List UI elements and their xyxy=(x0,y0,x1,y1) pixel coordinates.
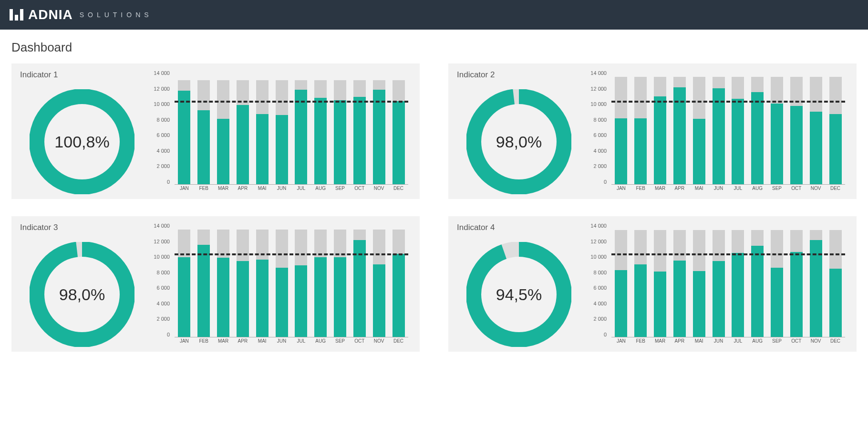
page-title: Dashboard xyxy=(11,40,857,55)
y-tick: 4 000 xyxy=(586,148,607,154)
y-tick: 6 000 xyxy=(149,285,170,291)
y-tick: 14 000 xyxy=(586,223,607,229)
donut-panel: Indicator 3 98,0% xyxy=(20,223,144,347)
y-tick: 10 000 xyxy=(586,254,607,260)
y-tick: 2 000 xyxy=(149,316,170,322)
y-tick: 6 000 xyxy=(586,132,607,138)
y-tick: 12 000 xyxy=(149,239,170,244)
bar-chart: 14 00012 00010 0008 0006 0004 0002 0000J… xyxy=(149,223,411,347)
y-tick: 12 000 xyxy=(586,239,607,244)
y-tick: 4 000 xyxy=(149,148,170,154)
bar-chart: 14 00012 00010 0008 0006 0004 0002 0000J… xyxy=(586,223,848,347)
donut-panel: Indicator 2 98,0% xyxy=(457,70,581,194)
y-tick: 2 000 xyxy=(586,163,607,169)
y-tick: 14 000 xyxy=(149,70,170,76)
donut-chart: 98,0% xyxy=(30,242,134,347)
donut-chart: 98,0% xyxy=(466,89,571,194)
y-axis-labels: 14 00012 00010 0008 0006 0004 0002 0000 xyxy=(586,223,610,337)
dashboard-grid: Indicator 1 100,8%14 00012 00010 0008 00… xyxy=(11,63,857,352)
y-tick: 8 000 xyxy=(149,270,170,275)
y-tick: 12 000 xyxy=(586,86,607,92)
brand-name: ADNIA xyxy=(28,7,73,22)
y-axis-labels: 14 00012 00010 0008 0006 0004 0002 0000 xyxy=(586,70,610,185)
y-tick: 4 000 xyxy=(149,301,170,306)
y-tick: 14 000 xyxy=(586,70,607,76)
y-axis-labels: 14 00012 00010 0008 0006 0004 0002 0000 xyxy=(149,223,173,337)
donut-value: 98,0% xyxy=(30,242,134,347)
y-tick: 10 000 xyxy=(586,101,607,107)
app-header: ADNIA SOLUTIONS xyxy=(0,0,868,30)
donut-panel: Indicator 4 94,5% xyxy=(457,223,581,347)
y-tick: 4 000 xyxy=(586,301,607,306)
y-tick: 2 000 xyxy=(149,163,170,169)
y-tick: 14 000 xyxy=(149,223,170,229)
y-axis-labels: 14 00012 00010 0008 0006 0004 0002 0000 xyxy=(149,70,173,185)
y-tick: 8 000 xyxy=(586,270,607,275)
y-tick: 0 xyxy=(149,179,170,185)
indicator-title: Indicator 2 xyxy=(457,70,581,80)
indicator-card: Indicator 1 100,8%14 00012 00010 0008 00… xyxy=(11,63,420,199)
indicator-card: Indicator 3 98,0%14 00012 00010 0008 000… xyxy=(11,216,420,352)
donut-chart: 94,5% xyxy=(466,242,571,347)
y-tick: 10 000 xyxy=(149,254,170,260)
donut-value: 98,0% xyxy=(466,89,571,194)
y-tick: 6 000 xyxy=(149,132,170,138)
y-tick: 2 000 xyxy=(586,316,607,322)
donut-value: 100,8% xyxy=(30,89,134,194)
donut-chart: 100,8% xyxy=(30,89,134,194)
indicator-title: Indicator 4 xyxy=(457,223,581,232)
logo-icon xyxy=(10,9,23,21)
y-tick: 8 000 xyxy=(586,117,607,123)
y-tick: 0 xyxy=(586,179,607,185)
y-tick: 8 000 xyxy=(149,117,170,123)
bar-chart: 14 00012 00010 0008 0006 0004 0002 0000J… xyxy=(586,70,848,194)
y-tick: 0 xyxy=(586,332,607,337)
indicator-card: Indicator 4 94,5%14 00012 00010 0008 000… xyxy=(448,216,857,352)
indicator-title: Indicator 1 xyxy=(20,70,144,80)
donut-panel: Indicator 1 100,8% xyxy=(20,70,144,194)
bar-chart: 14 00012 00010 0008 0006 0004 0002 0000J… xyxy=(149,70,411,194)
brand-sub: SOLUTIONS xyxy=(80,11,153,19)
y-tick: 0 xyxy=(149,332,170,337)
y-tick: 10 000 xyxy=(149,101,170,107)
y-tick: 12 000 xyxy=(149,86,170,92)
donut-value: 94,5% xyxy=(466,242,571,347)
y-tick: 6 000 xyxy=(586,285,607,291)
indicator-title: Indicator 3 xyxy=(20,223,144,232)
indicator-card: Indicator 2 98,0%14 00012 00010 0008 000… xyxy=(448,63,857,199)
